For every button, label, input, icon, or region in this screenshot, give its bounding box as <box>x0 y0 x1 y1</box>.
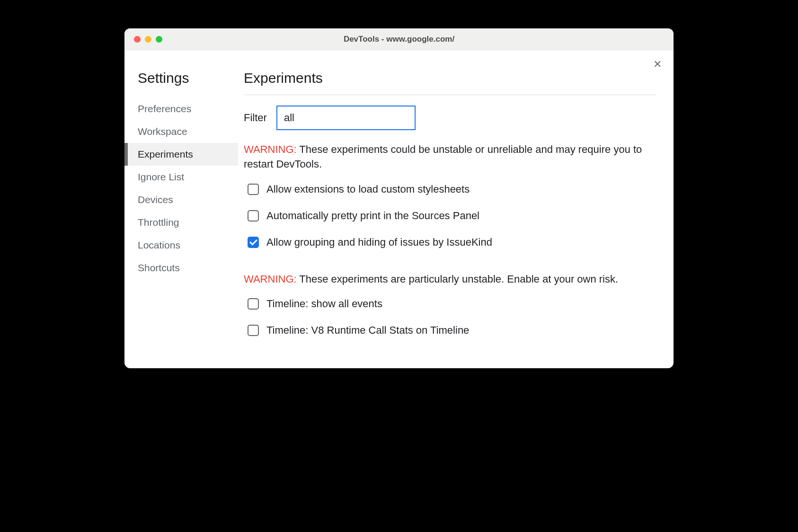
filter-input[interactable] <box>276 106 416 130</box>
divider <box>244 95 656 95</box>
main-panel: Experiments Filter WARNING: These experi… <box>238 50 674 368</box>
warning-text: These experiments could be unstable or u… <box>244 143 642 170</box>
sidebar-item-shortcuts[interactable]: Shortcuts <box>124 257 238 279</box>
window-title: DevTools - www.google.com/ <box>124 35 674 44</box>
sidebar-item-label: Locations <box>138 239 180 250</box>
experiment-label: Allow grouping and hiding of issues by I… <box>266 236 492 248</box>
titlebar: DevTools - www.google.com/ <box>124 28 674 50</box>
experiment-row: Timeline: show all events <box>244 298 656 310</box>
warning-message: WARNING: These experiments are particula… <box>244 272 656 287</box>
sidebar-item-label: Experiments <box>138 149 193 160</box>
warning-prefix: WARNING: <box>244 273 297 285</box>
experiment-checkbox[interactable] <box>248 184 259 195</box>
experiment-checkbox[interactable] <box>248 298 259 310</box>
sidebar-item-label: Preferences <box>138 103 191 114</box>
experiment-row: Automatically pretty print in the Source… <box>244 210 656 222</box>
experiment-label: Timeline: V8 Runtime Call Stats on Timel… <box>266 324 469 337</box>
sidebar-item-devices[interactable]: Devices <box>124 188 238 211</box>
devtools-window: DevTools - www.google.com/ ✕ Settings Pr… <box>124 28 674 368</box>
filter-row: Filter <box>244 106 656 130</box>
sidebar-item-workspace[interactable]: Workspace <box>124 120 238 143</box>
sidebar-item-locations[interactable]: Locations <box>124 234 238 257</box>
experiment-label: Timeline: show all events <box>266 298 382 310</box>
sidebar-item-label: Ignore List <box>138 171 184 182</box>
sidebar-title: Settings <box>124 70 238 86</box>
sidebar-item-preferences[interactable]: Preferences <box>124 98 238 120</box>
experiment-checkbox[interactable] <box>248 237 259 248</box>
sidebar-item-label: Devices <box>138 194 173 205</box>
settings-sidebar: Settings Preferences Workspace Experimen… <box>124 50 238 368</box>
filter-label: Filter <box>244 112 267 124</box>
page-title: Experiments <box>244 70 656 86</box>
sidebar-item-label: Shortcuts <box>138 262 180 273</box>
sidebar-item-experiments[interactable]: Experiments <box>124 143 238 166</box>
close-icon[interactable]: ✕ <box>653 60 662 69</box>
sidebar-item-ignore-list[interactable]: Ignore List <box>124 166 238 188</box>
experiment-row: Allow extensions to load custom styleshe… <box>244 183 656 195</box>
experiment-row: Allow grouping and hiding of issues by I… <box>244 236 656 248</box>
warning-message: WARNING: These experiments could be unst… <box>244 142 656 172</box>
warning-text: These experiments are particularly unsta… <box>297 273 619 285</box>
sidebar-item-label: Throttling <box>138 217 179 228</box>
close-window-button[interactable] <box>134 36 141 43</box>
warning-prefix: WARNING: <box>244 143 297 155</box>
maximize-window-button[interactable] <box>156 36 162 43</box>
experiment-checkbox[interactable] <box>248 325 259 336</box>
traffic-lights <box>134 36 162 43</box>
experiment-checkbox[interactable] <box>248 210 259 222</box>
sidebar-item-label: Workspace <box>138 126 187 137</box>
experiment-row: Timeline: V8 Runtime Call Stats on Timel… <box>244 324 656 337</box>
sidebar-item-throttling[interactable]: Throttling <box>124 211 238 234</box>
content-area: ✕ Settings Preferences Workspace Experim… <box>124 50 674 368</box>
experiment-label: Allow extensions to load custom styleshe… <box>266 183 470 195</box>
experiment-label: Automatically pretty print in the Source… <box>266 210 479 222</box>
minimize-window-button[interactable] <box>145 36 151 43</box>
